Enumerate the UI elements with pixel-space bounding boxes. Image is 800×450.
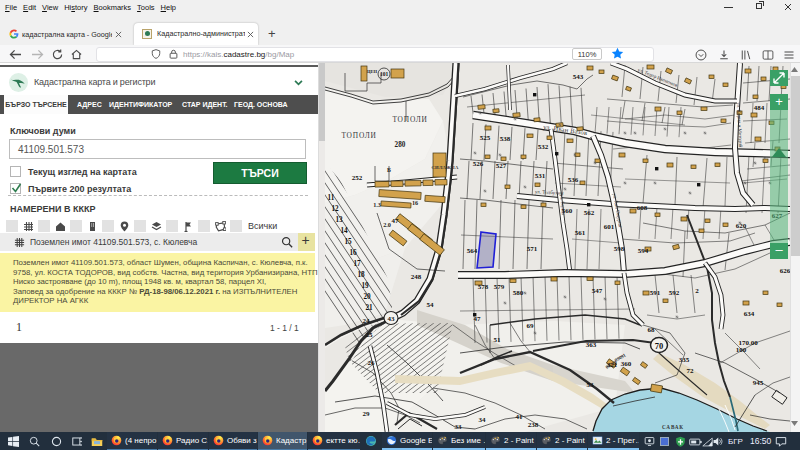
svg-text:14: 14 — [340, 227, 348, 235]
svg-text:525: 525 — [480, 134, 491, 142]
svg-text:ЦЕН: ЦЕН — [367, 69, 378, 74]
svg-text:252: 252 — [352, 174, 363, 182]
svg-text:601: 601 — [604, 223, 615, 231]
svg-text:СИЛАЖНА: СИЛАЖНА — [431, 165, 459, 170]
svg-text:1.3: 1.3 — [373, 201, 381, 208]
svg-text:САВАК: САВАК — [662, 424, 684, 430]
svg-text:592: 592 — [669, 289, 680, 297]
svg-text:15: 15 — [344, 238, 352, 246]
svg-text:34: 34 — [479, 416, 487, 424]
svg-text:360: 360 — [621, 360, 632, 368]
svg-text:13: 13 — [335, 216, 343, 224]
svg-text:72: 72 — [687, 367, 695, 375]
svg-text:526: 526 — [473, 160, 484, 168]
svg-text:20: 20 — [363, 293, 371, 301]
svg-text:238: 238 — [528, 421, 539, 429]
svg-text:21: 21 — [365, 304, 373, 312]
svg-text:Б: Б — [387, 167, 391, 173]
svg-text:547: 547 — [592, 287, 603, 295]
svg-text:47: 47 — [392, 217, 400, 225]
svg-text:ТОПОЛИ: ТОПОЛИ — [341, 131, 376, 140]
svg-text:527: 527 — [496, 162, 507, 170]
svg-text:33: 33 — [455, 423, 463, 431]
svg-text:579: 579 — [494, 283, 505, 291]
svg-text:571: 571 — [527, 245, 538, 253]
svg-text:16: 16 — [349, 249, 357, 257]
svg-text:18: 18 — [357, 271, 365, 279]
svg-text:561: 561 — [575, 229, 586, 237]
svg-text:591: 591 — [650, 289, 661, 297]
svg-text:335: 335 — [679, 356, 690, 364]
svg-text:ТОПОЛИ: ТОПОЛИ — [392, 115, 427, 124]
svg-text:41: 41 — [516, 413, 524, 421]
svg-text:11: 11 — [328, 194, 335, 202]
svg-text:564: 564 — [467, 247, 478, 255]
svg-text:51: 51 — [494, 336, 502, 344]
svg-text:531: 531 — [535, 172, 546, 180]
svg-text:580: 580 — [513, 289, 524, 297]
svg-text:170.00: 170.00 — [738, 339, 758, 347]
svg-text:53: 53 — [587, 381, 595, 389]
svg-text:945: 945 — [753, 379, 764, 387]
svg-text:363: 363 — [586, 341, 597, 349]
svg-text:43: 43 — [388, 315, 396, 323]
svg-text:594: 594 — [638, 247, 649, 255]
svg-text:70: 70 — [655, 341, 664, 351]
svg-text:538: 538 — [500, 135, 511, 143]
svg-text:26: 26 — [368, 359, 376, 367]
svg-text:562: 562 — [584, 209, 595, 217]
svg-text:280: 280 — [395, 141, 406, 149]
svg-text:25: 25 — [366, 331, 374, 339]
svg-text:578: 578 — [478, 283, 489, 291]
svg-text:100: 100 — [736, 346, 747, 354]
svg-text:69: 69 — [527, 322, 535, 330]
svg-text:598: 598 — [614, 245, 625, 253]
svg-text:532: 532 — [538, 143, 549, 151]
svg-text:608: 608 — [637, 204, 648, 212]
svg-text:54: 54 — [427, 301, 435, 309]
svg-text:2.0: 2.0 — [383, 221, 391, 228]
svg-text:634: 634 — [744, 310, 755, 318]
svg-text:12: 12 — [331, 205, 339, 213]
svg-text:626: 626 — [780, 267, 790, 275]
svg-text:536: 536 — [568, 176, 579, 184]
svg-text:47: 47 — [474, 315, 482, 323]
svg-text:484: 484 — [754, 104, 765, 112]
svg-text:68: 68 — [648, 326, 656, 334]
svg-text:19: 19 — [361, 282, 369, 290]
svg-text:248: 248 — [411, 273, 422, 281]
svg-text:2: 2 — [695, 287, 699, 295]
svg-text:29: 29 — [363, 410, 371, 418]
svg-text:543: 543 — [573, 73, 584, 81]
svg-text:17: 17 — [353, 260, 361, 268]
svg-text:16: 16 — [412, 199, 418, 206]
svg-text:24: 24 — [363, 317, 371, 325]
